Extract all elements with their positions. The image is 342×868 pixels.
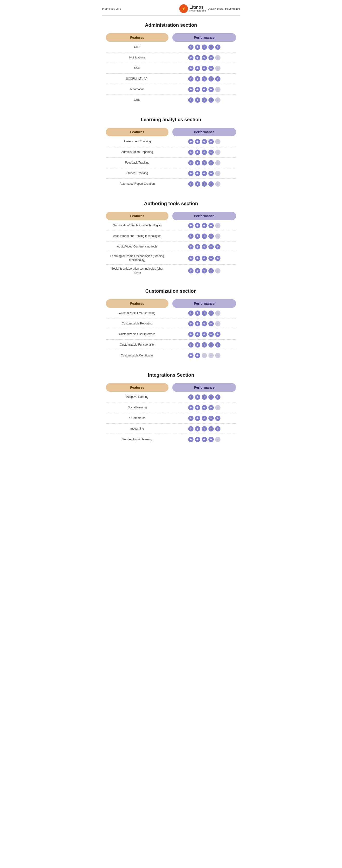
feature-name-administration-2: SSO <box>106 64 169 73</box>
dot-customization-3-0 <box>188 342 194 347</box>
section-administration: Administration sectionFeaturesPerformanc… <box>96 16 246 110</box>
dot-learning-analytics-4-1 <box>195 181 200 187</box>
table-row-authoring-tools-1: Assessment and Testing technologies <box>106 231 236 242</box>
dot-administration-0-4 <box>215 44 221 50</box>
dot-authoring-tools-1-0 <box>188 234 194 239</box>
dot-integrations-3-4 <box>215 426 221 432</box>
dots-authoring-tools-1 <box>172 231 236 241</box>
dot-learning-analytics-1-4 <box>215 150 221 155</box>
dot-integrations-3-1 <box>195 426 200 432</box>
table-row-integrations-1: Social learning <box>106 402 236 413</box>
feature-name-authoring-tools-1: Assessment and Testing technologies <box>106 232 169 241</box>
table-header-integrations: FeaturesPerformance <box>106 383 236 392</box>
dot-authoring-tools-2-4 <box>215 244 221 249</box>
dot-administration-4-3 <box>208 87 214 92</box>
quality-score: Quality Score: 85.05 of 100 <box>207 7 240 10</box>
dot-learning-analytics-4-3 <box>208 181 214 187</box>
dot-integrations-2-1 <box>195 415 200 421</box>
dot-learning-analytics-3-3 <box>208 171 214 176</box>
dot-administration-1-1 <box>195 55 200 60</box>
dot-administration-2-1 <box>195 66 200 71</box>
dots-administration-5 <box>172 95 236 105</box>
table-administration: FeaturesPerformanceCMSNotificationsSSOSC… <box>106 33 236 105</box>
section-authoring-tools: Authoring tools sectionFeaturesPerforman… <box>96 194 246 282</box>
section-title-learning-analytics: Learning analytics section <box>106 117 236 122</box>
feature-name-authoring-tools-4: Social & collaboration technologies (cha… <box>106 265 169 277</box>
dots-authoring-tools-2 <box>172 242 236 252</box>
dot-administration-0-0 <box>188 44 194 50</box>
feature-name-administration-3: SCORM, LTI, API <box>106 74 169 83</box>
logo-icon: ⚡ <box>179 4 188 13</box>
section-title-customization: Customization section <box>106 288 236 294</box>
dot-customization-0-2 <box>202 310 207 316</box>
dot-customization-0-3 <box>208 310 214 316</box>
features-pill-learning-analytics: Features <box>106 128 169 136</box>
dot-customization-4-0 <box>188 353 194 358</box>
dot-administration-0-3 <box>208 44 214 50</box>
dot-customization-1-1 <box>195 321 200 327</box>
dot-integrations-1-3 <box>208 405 214 410</box>
dot-authoring-tools-4-0 <box>188 268 194 274</box>
dot-learning-analytics-0-3 <box>208 139 214 144</box>
table-row-administration-5: CRM <box>106 95 236 105</box>
dot-authoring-tools-3-4 <box>215 256 221 261</box>
dot-administration-5-3 <box>208 97 214 103</box>
dot-authoring-tools-3-0 <box>188 256 194 261</box>
dot-customization-4-4 <box>215 353 221 358</box>
feature-name-integrations-1: Social learning <box>106 403 169 412</box>
dots-administration-2 <box>172 63 236 73</box>
dot-administration-0-1 <box>195 44 200 50</box>
dot-administration-5-0 <box>188 97 194 103</box>
dot-administration-3-1 <box>195 76 200 82</box>
dot-customization-3-1 <box>195 342 200 347</box>
table-row-customization-1: Customizable Reporting <box>106 318 236 329</box>
dot-authoring-tools-1-2 <box>202 234 207 239</box>
dot-integrations-0-3 <box>208 395 214 400</box>
dot-administration-4-0 <box>188 87 194 92</box>
dot-customization-0-0 <box>188 310 194 316</box>
dot-customization-1-4 <box>215 321 221 327</box>
dot-customization-4-2 <box>202 353 207 358</box>
dot-administration-3-0 <box>188 76 194 82</box>
dot-integrations-4-3 <box>208 437 214 442</box>
table-integrations: FeaturesPerformanceAdaptive learningSoci… <box>106 383 236 445</box>
feature-name-administration-0: CMS <box>106 43 169 52</box>
dots-learning-analytics-0 <box>172 136 236 147</box>
dot-authoring-tools-4-4 <box>215 268 221 274</box>
dot-integrations-4-4 <box>215 437 221 442</box>
dot-authoring-tools-0-2 <box>202 223 207 228</box>
feature-name-administration-5: CRM <box>106 96 169 104</box>
dot-learning-analytics-2-0 <box>188 160 194 165</box>
dot-learning-analytics-4-4 <box>215 181 221 187</box>
table-row-learning-analytics-0: Assessment Tracking <box>106 136 236 147</box>
logo-sub: by CallidusCloud <box>190 10 206 12</box>
feature-name-learning-analytics-1: Administration Reporting <box>106 148 169 157</box>
features-pill-authoring-tools: Features <box>106 212 169 220</box>
dots-learning-analytics-1 <box>172 147 236 157</box>
dot-learning-analytics-1-3 <box>208 150 214 155</box>
features-pill-administration: Features <box>106 33 169 42</box>
dot-integrations-4-0 <box>188 437 194 442</box>
table-row-authoring-tools-4: Social & collaboration technologies (cha… <box>106 265 236 277</box>
dot-administration-1-3 <box>208 55 214 60</box>
dot-customization-2-2 <box>202 332 207 337</box>
dot-administration-3-3 <box>208 76 214 82</box>
dots-integrations-4 <box>172 434 236 444</box>
dots-learning-analytics-4 <box>172 179 236 189</box>
dots-learning-analytics-3 <box>172 168 236 179</box>
dot-integrations-1-1 <box>195 405 200 410</box>
dot-administration-1-2 <box>202 55 207 60</box>
dot-administration-5-4 <box>215 97 221 103</box>
feature-name-administration-1: Notifications <box>106 53 169 62</box>
feature-name-learning-analytics-4: Automated Report Creation <box>106 180 169 188</box>
dot-learning-analytics-3-0 <box>188 171 194 176</box>
dot-learning-analytics-2-2 <box>202 160 207 165</box>
dot-administration-1-0 <box>188 55 194 60</box>
dot-integrations-3-3 <box>208 426 214 432</box>
dot-authoring-tools-4-1 <box>195 268 200 274</box>
dot-integrations-2-3 <box>208 415 214 421</box>
dot-administration-2-4 <box>215 66 221 71</box>
table-header-learning-analytics: FeaturesPerformance <box>106 128 236 136</box>
dot-authoring-tools-3-3 <box>208 256 214 261</box>
dot-learning-analytics-1-2 <box>202 150 207 155</box>
